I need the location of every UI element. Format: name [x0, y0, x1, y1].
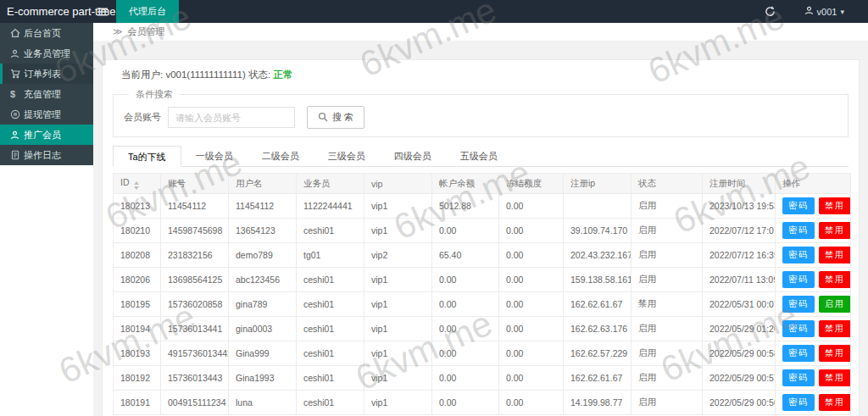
cell-frozen: 0.00	[499, 292, 564, 317]
top-header: E-commerce part-time 代理后台 v001 ▾	[0, 0, 868, 23]
sidebar-item-5[interactable]: 推广会员	[0, 125, 93, 145]
password-button[interactable]: 密码	[782, 320, 815, 337]
table-row: 18019215736013443Gina1993ceshi01vip10.00…	[114, 366, 851, 391]
cell-frozen: 0.00	[499, 341, 564, 366]
password-button[interactable]: 密码	[782, 247, 815, 263]
column-header-label: 账号	[168, 178, 186, 188]
sidebar: 后台首页业务员管理订单列表$充值管理提现管理推广会员操作日志	[0, 23, 93, 165]
cell-status: 启用	[632, 243, 703, 268]
tab-5[interactable]: 五级会员	[446, 146, 512, 167]
sidebar-item-4[interactable]: 提现管理	[0, 104, 93, 125]
cell-salesman: ceshi01	[297, 268, 364, 292]
cell-username: Gina1993	[229, 366, 297, 391]
tab-4[interactable]: 四级会员	[380, 146, 446, 167]
cell-status: 启用	[632, 391, 703, 415]
search-icon	[318, 112, 328, 124]
tab-0[interactable]: Ta的下线	[113, 146, 181, 167]
cell-time: 2022/07/11 13:09:09	[703, 268, 776, 292]
disable-button[interactable]: 禁用	[819, 369, 851, 386]
column-header-4: vip	[364, 174, 432, 194]
breadcrumb-arrows-icon: ≫	[113, 26, 123, 37]
table-row: 18020613698564125abc123456ceshi01vip10.0…	[114, 268, 851, 292]
cell-operations: 密码禁用...	[776, 366, 851, 391]
sidebar-item-3[interactable]: $充值管理	[0, 84, 93, 104]
password-button[interactable]: 密码	[782, 345, 815, 362]
column-header-9: 注册时间	[703, 174, 776, 194]
cell-time: 2022/07/12 17:01:20	[703, 219, 776, 243]
cell-vip: vip1	[364, 366, 432, 391]
cell-operations: 密码禁用...	[776, 219, 851, 243]
operation-log-icon	[10, 150, 24, 160]
disable-button[interactable]: 禁用	[819, 247, 851, 263]
tab-2[interactable]: 二级会员	[248, 146, 314, 167]
sort-icon[interactable]	[134, 181, 139, 190]
column-header-label: 业务员	[303, 178, 331, 188]
table-row: 1801934915736013442Gina999ceshi01vip10.0…	[114, 341, 851, 366]
password-button[interactable]: 密码	[782, 197, 815, 214]
cell-salesman: tg01	[297, 243, 364, 268]
sidebar-item-1[interactable]: 业务员管理	[0, 43, 93, 64]
status-label: 状态:	[248, 69, 270, 80]
menu-toggle-icon[interactable]	[97, 7, 108, 17]
column-header-label: 操作	[782, 178, 800, 188]
cell-ip: 202.43.232.167	[564, 243, 632, 268]
cell-balance: 0.00	[432, 317, 499, 341]
column-header-3: 业务员	[297, 174, 364, 194]
cell-frozen: 0.00	[499, 366, 564, 391]
column-header-label: 注册时间	[709, 178, 745, 188]
sidebar-item-label: 推广会员	[24, 129, 61, 141]
refresh-icon[interactable]	[765, 6, 776, 17]
cell-id: 180195	[114, 292, 161, 317]
password-button[interactable]: 密码	[782, 394, 815, 411]
cell-ip: 162.62.61.67	[564, 292, 632, 317]
cell-username: abc123456	[229, 268, 297, 292]
sidebar-item-2[interactable]: 订单列表	[0, 64, 93, 84]
password-button[interactable]: 密码	[782, 369, 815, 386]
disable-button[interactable]: 禁用	[819, 394, 851, 411]
cell-operations: 密码禁用...	[776, 268, 851, 292]
sidebar-item-label: 业务员管理	[24, 47, 70, 60]
cell-username: gina0003	[229, 317, 297, 341]
cell-vip: vip1	[364, 194, 432, 219]
cell-vip: vip1	[364, 268, 432, 292]
promote-member-icon	[10, 130, 24, 140]
tab-agent-backend[interactable]: 代理后台	[116, 0, 179, 23]
column-header-1: 账号	[161, 174, 229, 194]
tab-1[interactable]: 一级会员	[181, 146, 248, 167]
disable-button[interactable]: 禁用	[819, 222, 851, 239]
disable-button[interactable]: 禁用	[819, 197, 851, 214]
tab-3[interactable]: 三级会员	[314, 146, 380, 167]
sidebar-item-label: 提现管理	[24, 108, 61, 121]
cell-ip: 162.62.61.67	[564, 366, 632, 391]
cell-vip: vip1	[364, 292, 432, 317]
sidebar-item-0[interactable]: 后台首页	[0, 23, 93, 43]
member-account-input[interactable]	[168, 107, 295, 128]
sidebar-item-label: 后台首页	[24, 27, 61, 40]
cell-account: 231832156	[161, 243, 229, 268]
cell-balance: 65.40	[432, 243, 499, 268]
search-button[interactable]: 搜 索	[307, 106, 364, 129]
cell-salesman: 1122244441	[297, 194, 364, 219]
column-header-0[interactable]: ID	[114, 174, 161, 194]
password-button[interactable]: 密码	[782, 271, 815, 288]
breadcrumb-title: 会员管理	[128, 25, 165, 38]
sidebar-item-6[interactable]: 操作日志	[0, 145, 93, 165]
header-right: v001 ▾	[765, 6, 868, 17]
enable-button[interactable]: 启用	[819, 296, 851, 313]
cell-username: luna	[229, 391, 297, 415]
table-row: 180208231832156demo789tg01vip265.400.002…	[114, 243, 851, 268]
password-button[interactable]: 密码	[782, 222, 815, 239]
password-button[interactable]: 密码	[782, 296, 815, 313]
order-list-icon	[10, 69, 24, 79]
current-user-label: 当前用户:	[121, 69, 163, 80]
members-table: ID账号用户名业务员vip帐户余额冻结额度注册ip状态注册时间操作 180213…	[113, 173, 851, 415]
cell-id: 180191	[114, 391, 161, 415]
disable-button[interactable]: 禁用	[819, 271, 851, 288]
disable-button[interactable]: 禁用	[819, 345, 851, 362]
cell-status: 启用	[632, 268, 703, 292]
cell-frozen: 0.00	[499, 268, 564, 292]
header-user-menu[interactable]: v001 ▾	[804, 6, 844, 17]
cell-operations: 密码禁用...	[776, 391, 851, 415]
cell-operations: 密码禁用...	[776, 194, 851, 219]
disable-button[interactable]: 禁用	[819, 320, 851, 337]
